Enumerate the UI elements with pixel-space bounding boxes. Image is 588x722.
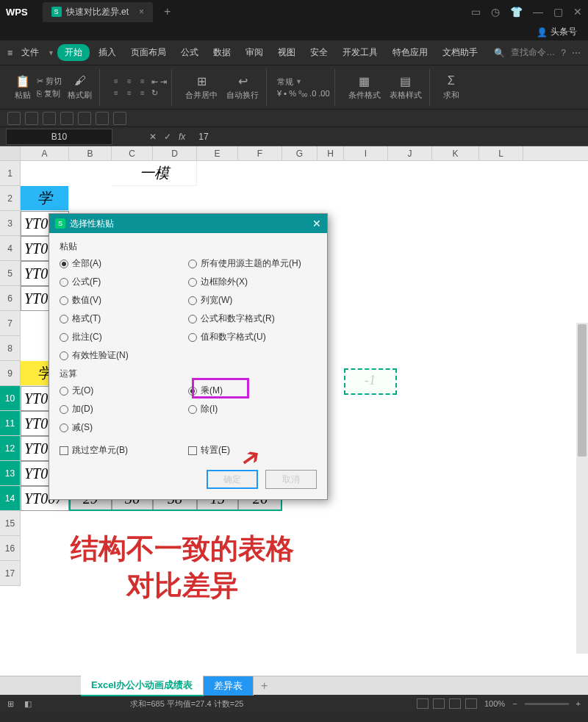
radio-colwidth[interactable]: 列宽(W) [188,294,317,307]
zoom-slider[interactable] [525,703,569,705]
add-sheet-button[interactable]: + [254,679,275,693]
sb-icon[interactable]: ◧ [24,699,32,709]
formula-input[interactable]: 17 [198,132,208,142]
row-header[interactable]: 5 [0,261,21,286]
radio-comment[interactable]: 批注(C) [60,331,188,343]
name-box[interactable]: B10 [6,129,112,145]
header-cell[interactable]: 学 [21,186,69,211]
col-header[interactable]: K [432,146,479,160]
tab-close-icon[interactable]: × [139,7,144,17]
radio-multiply[interactable]: 乘(M) [188,385,317,397]
radio-divide[interactable]: 除(I) [188,403,317,415]
sum-button[interactable]: Σ 求和 [440,72,462,102]
minimize-icon[interactable]: — [533,6,543,18]
radio-formulafmt[interactable]: 公式和数字格式(R) [188,312,317,325]
format-painter-button[interactable]: 🖌 格式刷 [65,72,95,102]
merge-button[interactable]: ⊞ 合并居中 [182,72,220,102]
radio-format[interactable]: 格式(T) [60,312,188,325]
title-cell[interactable]: 一模 [112,161,197,186]
select-all-corner[interactable] [0,146,21,160]
radio-subtract[interactable]: 减(S) [60,421,188,434]
menu-insert[interactable]: 插入 [93,43,122,62]
qa-icon[interactable] [60,112,74,125]
row-header[interactable]: 12 [0,436,21,461]
radio-valuefmt[interactable]: 值和数字格式(U) [188,331,317,343]
fx-icon[interactable]: fx [179,132,185,142]
qa-icon[interactable] [78,112,91,125]
row-header[interactable]: 14 [0,486,21,511]
row-header[interactable]: 17 [0,561,21,586]
menu-file[interactable]: 文件 [15,43,45,62]
view-reading-icon[interactable] [465,698,477,709]
hamburger-icon[interactable]: ≡ [7,48,12,58]
col-header[interactable]: A [21,146,69,160]
row-header[interactable]: 11 [0,411,21,436]
col-header[interactable]: F [238,146,282,160]
fx-confirm-icon[interactable]: ✓ [164,132,171,142]
radio-all[interactable]: 全部(A) [60,257,188,270]
qa-icon[interactable] [113,112,126,125]
fx-cancel-icon[interactable]: ✕ [149,132,157,142]
orient-button[interactable]: ↻ [151,88,167,98]
qa-icon[interactable] [25,112,38,125]
col-header[interactable]: I [344,146,388,160]
radio-theme[interactable]: 所有使用源主题的单元(H) [188,257,317,270]
zoom-out-icon[interactable]: − [512,699,517,708]
radio-noborder[interactable]: 边框除外(X) [188,276,317,288]
menu-home[interactable]: 开始 [57,44,90,61]
radio-none[interactable]: 无(O) [60,385,188,397]
number-format-select[interactable]: 常规 [277,76,293,87]
col-header[interactable]: B [69,146,112,160]
file-dropdown-icon[interactable]: ▼ [48,49,54,57]
sheet-tab-1[interactable]: Excel办公小动画成绩表 [81,676,204,696]
menu-layout[interactable]: 页面布局 [125,43,172,62]
row-header[interactable]: 15 [0,511,21,536]
col-header[interactable]: C [112,146,153,160]
row-header[interactable]: 2 [0,186,21,211]
menu-formula[interactable]: 公式 [175,43,204,62]
row-header[interactable]: 1 [0,161,21,186]
cut-button[interactable]: ✂剪切 [37,76,62,87]
row-header[interactable]: 6 [0,286,21,311]
window-icon[interactable]: ▭ [471,6,481,18]
cond-format-button[interactable]: ▦ 条件格式 [345,72,384,102]
sb-icon[interactable]: ⊞ [7,699,14,709]
row-header[interactable]: 16 [0,536,21,561]
search-icon[interactable]: 🔍 [494,48,505,58]
sheet-tab-2[interactable]: 差异表 [204,676,254,696]
vertical-scrollbar[interactable] [576,323,588,654]
menu-helper[interactable]: 文档助手 [437,43,484,62]
alignment-grid[interactable]: ≡≡≡ ≡≡≡ [110,76,148,99]
dialog-titlebar[interactable]: S 选择性粘贴 ✕ [49,214,327,233]
more-icon[interactable]: ⋯ [572,48,581,58]
col-header[interactable]: E [197,146,238,160]
col-header[interactable]: G [282,146,318,160]
row-header[interactable]: 4 [0,236,21,261]
radio-validation[interactable]: 有效性验证(N) [60,349,188,362]
menu-review[interactable]: 审阅 [240,43,269,62]
radio-formula[interactable]: 公式(F) [60,276,188,288]
col-header[interactable]: D [153,146,197,160]
menu-view[interactable]: 视图 [272,43,301,62]
zoom-level[interactable]: 100% [484,699,505,708]
paste-button[interactable]: 📋 粘贴 [12,72,34,102]
close-icon[interactable]: ✕ [573,6,582,18]
radio-add[interactable]: 加(D) [60,403,188,415]
row-header[interactable]: 3 [0,211,21,236]
qa-icon[interactable] [7,112,21,125]
row-header[interactable]: 7 [0,311,21,336]
search-label[interactable]: 查找命令… [511,46,555,59]
menu-data[interactable]: 数据 [207,43,237,62]
view-normal-icon[interactable] [417,698,429,709]
skin-icon[interactable]: 👕 [510,6,523,18]
row-header[interactable]: 10 [0,386,21,411]
new-tab-button[interactable]: + [164,5,171,18]
view-layout-icon[interactable] [433,698,445,709]
number-buttons[interactable]: ¥ ▪ % ⁰₀₀ .0 .00 [277,89,330,99]
col-header[interactable]: H [318,146,344,160]
col-header[interactable]: J [388,146,432,160]
qa-icon[interactable] [96,112,109,125]
menu-special[interactable]: 特色应用 [387,43,434,62]
radio-value[interactable]: 数值(V) [60,294,188,307]
qa-icon[interactable] [43,112,56,125]
